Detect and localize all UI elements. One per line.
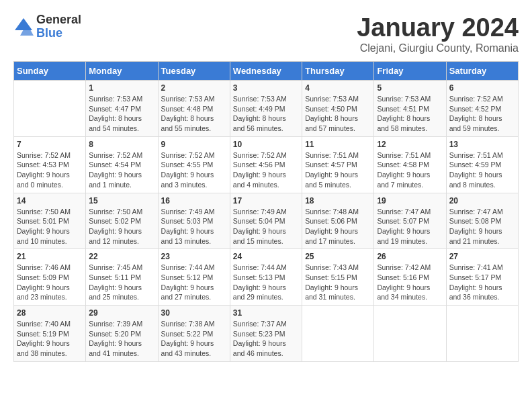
logo-general: General [36, 13, 81, 27]
table-row: 31Sunrise: 7:37 AMSunset: 5:23 PMDayligh… [230, 306, 302, 362]
table-row: 2Sunrise: 7:53 AMSunset: 4:48 PMDaylight… [158, 81, 230, 137]
table-row: 30Sunrise: 7:38 AMSunset: 5:22 PMDayligh… [158, 306, 230, 362]
header-saturday: Saturday [446, 62, 518, 81]
header-monday: Monday [86, 62, 158, 81]
table-row: 28Sunrise: 7:40 AMSunset: 5:19 PMDayligh… [14, 306, 86, 362]
logo-blue: Blue [36, 27, 81, 40]
header-thursday: Thursday [302, 62, 374, 81]
day-info: Sunrise: 7:37 AMSunset: 5:23 PMDaylight:… [233, 319, 299, 359]
day-info: Sunrise: 7:47 AMSunset: 5:08 PMDaylight:… [449, 207, 515, 246]
day-number: 25 [305, 252, 371, 261]
day-info: Sunrise: 7:47 AMSunset: 5:07 PMDaylight:… [377, 207, 443, 246]
title-area: January 2024 Clejani, Giurgiu County, Ro… [357, 13, 519, 54]
table-row [14, 81, 86, 137]
day-number: 10 [233, 140, 299, 149]
day-info: Sunrise: 7:40 AMSunset: 5:19 PMDaylight:… [17, 319, 83, 359]
day-number: 29 [89, 308, 154, 318]
table-row: 9Sunrise: 7:52 AMSunset: 4:55 PMDaylight… [158, 136, 230, 193]
day-info: Sunrise: 7:50 AMSunset: 5:01 PMDaylight:… [17, 207, 83, 246]
table-row: 24Sunrise: 7:44 AMSunset: 5:13 PMDayligh… [230, 249, 302, 306]
table-row: 29Sunrise: 7:39 AMSunset: 5:20 PMDayligh… [86, 306, 158, 362]
day-number: 31 [233, 308, 299, 318]
table-row: 17Sunrise: 7:49 AMSunset: 5:04 PMDayligh… [230, 193, 302, 249]
day-info: Sunrise: 7:52 AMSunset: 4:52 PMDaylight:… [449, 94, 515, 134]
table-row: 19Sunrise: 7:47 AMSunset: 5:07 PMDayligh… [374, 193, 446, 249]
day-info: Sunrise: 7:49 AMSunset: 5:04 PMDaylight:… [233, 207, 299, 246]
day-info: Sunrise: 7:49 AMSunset: 5:03 PMDaylight:… [161, 207, 227, 246]
day-number: 1 [89, 83, 154, 93]
day-number: 22 [89, 252, 154, 261]
table-row: 5Sunrise: 7:53 AMSunset: 4:51 PMDaylight… [374, 81, 446, 137]
day-info: Sunrise: 7:48 AMSunset: 5:06 PMDaylight:… [305, 207, 371, 246]
table-row: 3Sunrise: 7:53 AMSunset: 4:49 PMDaylight… [230, 81, 302, 137]
day-number: 2 [161, 83, 227, 93]
day-number: 28 [17, 308, 83, 318]
day-number: 20 [449, 196, 515, 205]
day-info: Sunrise: 7:44 AMSunset: 5:12 PMDaylight:… [161, 263, 227, 302]
table-row [302, 306, 374, 362]
day-info: Sunrise: 7:52 AMSunset: 4:54 PMDaylight:… [89, 150, 154, 190]
table-row: 4Sunrise: 7:53 AMSunset: 4:50 PMDaylight… [302, 81, 374, 137]
day-info: Sunrise: 7:39 AMSunset: 5:20 PMDaylight:… [89, 319, 154, 359]
day-number: 8 [89, 140, 154, 149]
day-number: 6 [449, 83, 515, 93]
day-info: Sunrise: 7:50 AMSunset: 5:02 PMDaylight:… [89, 207, 154, 246]
table-row: 8Sunrise: 7:52 AMSunset: 4:54 PMDaylight… [86, 136, 158, 193]
day-number: 24 [233, 252, 299, 261]
day-number: 5 [377, 83, 443, 93]
table-row: 18Sunrise: 7:48 AMSunset: 5:06 PMDayligh… [302, 193, 374, 249]
table-row: 27Sunrise: 7:41 AMSunset: 5:17 PMDayligh… [446, 249, 518, 306]
day-info: Sunrise: 7:53 AMSunset: 4:50 PMDaylight:… [305, 94, 371, 134]
day-info: Sunrise: 7:53 AMSunset: 4:51 PMDaylight:… [377, 94, 443, 134]
table-row: 25Sunrise: 7:43 AMSunset: 5:15 PMDayligh… [302, 249, 374, 306]
table-row: 23Sunrise: 7:44 AMSunset: 5:12 PMDayligh… [158, 249, 230, 306]
day-number: 26 [377, 252, 443, 261]
day-number: 17 [233, 196, 299, 205]
day-info: Sunrise: 7:53 AMSunset: 4:47 PMDaylight:… [89, 94, 154, 134]
day-info: Sunrise: 7:51 AMSunset: 4:59 PMDaylight:… [449, 150, 515, 190]
month-title: January 2024 [357, 13, 519, 42]
table-row: 10Sunrise: 7:52 AMSunset: 4:56 PMDayligh… [230, 136, 302, 193]
table-row: 11Sunrise: 7:51 AMSunset: 4:57 PMDayligh… [302, 136, 374, 193]
table-row: 15Sunrise: 7:50 AMSunset: 5:02 PMDayligh… [86, 193, 158, 249]
svg-marker-0 [15, 18, 32, 30]
table-row: 7Sunrise: 7:52 AMSunset: 4:53 PMDaylight… [14, 136, 86, 193]
calendar-table: SundayMondayTuesdayWednesdayThursdayFrid… [13, 61, 519, 362]
logo: General Blue [13, 13, 81, 40]
day-number: 23 [161, 252, 227, 261]
day-info: Sunrise: 7:52 AMSunset: 4:53 PMDaylight:… [17, 150, 83, 190]
day-number: 16 [161, 196, 227, 205]
table-row: 16Sunrise: 7:49 AMSunset: 5:03 PMDayligh… [158, 193, 230, 249]
day-info: Sunrise: 7:51 AMSunset: 4:57 PMDaylight:… [305, 150, 371, 190]
day-info: Sunrise: 7:43 AMSunset: 5:15 PMDaylight:… [305, 263, 371, 302]
table-row [374, 306, 446, 362]
day-info: Sunrise: 7:38 AMSunset: 5:22 PMDaylight:… [161, 319, 227, 359]
day-info: Sunrise: 7:41 AMSunset: 5:17 PMDaylight:… [449, 263, 515, 302]
day-number: 15 [89, 196, 154, 205]
day-info: Sunrise: 7:45 AMSunset: 5:11 PMDaylight:… [89, 263, 154, 302]
header-sunday: Sunday [14, 62, 86, 81]
day-number: 19 [377, 196, 443, 205]
day-number: 30 [161, 308, 227, 318]
table-row: 6Sunrise: 7:52 AMSunset: 4:52 PMDaylight… [446, 81, 518, 137]
day-number: 18 [305, 196, 371, 205]
table-row: 14Sunrise: 7:50 AMSunset: 5:01 PMDayligh… [14, 193, 86, 249]
day-number: 14 [17, 196, 83, 205]
day-number: 4 [305, 83, 371, 93]
table-row: 12Sunrise: 7:51 AMSunset: 4:58 PMDayligh… [374, 136, 446, 193]
table-row: 21Sunrise: 7:46 AMSunset: 5:09 PMDayligh… [14, 249, 86, 306]
day-number: 13 [449, 140, 515, 149]
table-row: 13Sunrise: 7:51 AMSunset: 4:59 PMDayligh… [446, 136, 518, 193]
header: General Blue January 2024 Clejani, Giurg… [13, 13, 519, 54]
logo-text: General Blue [36, 13, 81, 40]
day-info: Sunrise: 7:52 AMSunset: 4:55 PMDaylight:… [161, 150, 227, 190]
day-info: Sunrise: 7:46 AMSunset: 5:09 PMDaylight:… [17, 263, 83, 302]
day-number: 21 [17, 252, 83, 261]
day-info: Sunrise: 7:53 AMSunset: 4:48 PMDaylight:… [161, 94, 227, 134]
table-row: 20Sunrise: 7:47 AMSunset: 5:08 PMDayligh… [446, 193, 518, 249]
day-info: Sunrise: 7:44 AMSunset: 5:13 PMDaylight:… [233, 263, 299, 302]
day-number: 11 [305, 140, 371, 149]
header-friday: Friday [374, 62, 446, 81]
day-number: 27 [449, 252, 515, 261]
day-info: Sunrise: 7:51 AMSunset: 4:58 PMDaylight:… [377, 150, 443, 190]
